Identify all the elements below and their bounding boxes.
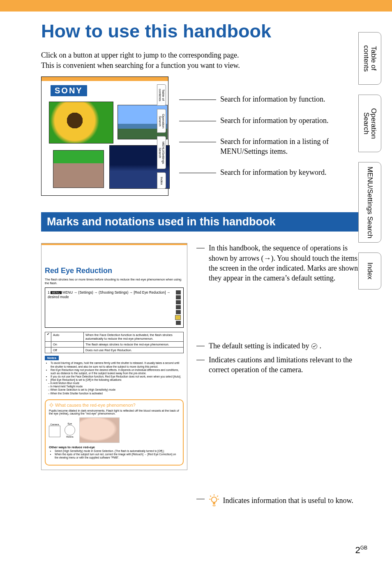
sample-lead: The flash strobes two or more times befo… [45, 278, 184, 285]
note-sub: – In Anti Motion Blur mode [48, 382, 184, 385]
leader-rule [179, 100, 216, 100]
svg-line-8 [217, 496, 218, 497]
cover-tab-menu[interactable]: MENU/Settings Search [157, 136, 166, 169]
cell-label: On [51, 342, 84, 347]
cell-mark [45, 348, 51, 353]
cover-tab-toc[interactable]: Table of contents [157, 84, 166, 106]
leader-rule [179, 142, 216, 142]
sample-tip-diagram: Camera Eye Retina [49, 417, 180, 443]
note-sub: – When Scene Selection is set to (High S… [48, 388, 184, 392]
note-item: If you do not use the Face Detection fun… [51, 375, 184, 378]
notes-badge: Notes [45, 356, 59, 360]
note-sub: – In Hand-held Twilight mode [48, 385, 184, 388]
leader-rule [179, 173, 216, 173]
callouts-column: In this handbook, the sequence of operat… [196, 243, 367, 506]
other-way-item: When the eyes of the subject turn out re… [55, 453, 180, 459]
sample-step-text: MENU → (Settings) → (Shooting Settings) … [48, 290, 170, 299]
brand-logo: SONY [51, 85, 87, 96]
diagram-eye-label: Eye [65, 422, 75, 425]
nav-tab-toc[interactable]: Table of contents [358, 32, 381, 85]
callout-default: The default setting is indicated by . [209, 341, 321, 351]
intro-text: Click on a button at upper right to jump… [41, 50, 367, 71]
hint-by-keyword: Search for information by keyword. [220, 168, 326, 177]
nav-tab-operation-search[interactable]: Operation Search [358, 95, 381, 152]
sample-options-table: ✔AutoWhen the Face Detection function is… [45, 332, 184, 353]
sample-page-preview: Red Eye Reduction The flash strobes two … [41, 243, 187, 470]
cell-label: Off [51, 348, 84, 353]
sample-notes-list: To avoid blurring of images, hold the ca… [45, 361, 184, 395]
tab-descriptions: Search for information by function. Sear… [179, 95, 367, 177]
svg-point-0 [50, 404, 53, 406]
thumb-sunflower [49, 102, 113, 144]
sample-tip-box: What causes the red-eye phenomenon? Pupi… [45, 399, 184, 466]
other-ways-heading: Other ways to reduce red-eye [49, 445, 180, 449]
sample-step-box: 1 MENU MENU → (Settings) → (Shooting Set… [45, 287, 184, 328]
svg-line-7 [210, 496, 211, 497]
cell-desc: The flash always strobes to reduce the r… [84, 342, 183, 347]
sample-tip-lead: Pupils become dilated in dark environmen… [49, 409, 180, 415]
sample-step-num: 1 [48, 290, 50, 294]
hint-by-operation: Search for information by operation. [220, 116, 328, 125]
top-accent-bar [0, 0, 392, 12]
sample-mode-icons [175, 290, 181, 325]
leader-rule [179, 121, 216, 121]
nav-tab-menu-settings-search[interactable]: MENU/Settings Search [358, 162, 381, 243]
svg-point-11 [212, 497, 217, 503]
cell-mark: ✔ [45, 332, 51, 341]
sample-accent-bar [42, 243, 187, 245]
leader-rule [196, 346, 205, 351]
callout-tip: Indicates information that is useful to … [209, 494, 353, 506]
cell-mark [45, 342, 51, 347]
diagram-retina-label: Retina [65, 436, 75, 438]
thumb-cat [53, 150, 104, 188]
svg-rect-12 [213, 503, 215, 505]
leader-rule [196, 360, 205, 375]
cover-accent-bar [42, 77, 168, 81]
intro-line1: Click on a button at upper right to jump… [41, 51, 239, 59]
nav-tab-index[interactable]: Index [358, 253, 381, 290]
sample-tip-title: What causes the red-eye phenomenon? [49, 403, 180, 408]
cover-side-tabs: Table of contents Operation Search MENU/… [157, 84, 166, 189]
callout-sequence: In this handbook, the sequence of operat… [209, 243, 367, 283]
default-check-icon [311, 343, 318, 350]
cell-label: Auto [51, 332, 84, 341]
note-item: To avoid blurring of images, hold the ca… [51, 361, 184, 368]
other-way-item: Select (High Sensitivity) mode in Scene … [55, 449, 180, 453]
section-heading-marks: Marks and notations used in this handboo… [41, 212, 367, 232]
leader-rule [196, 248, 205, 283]
right-nav-tabs: Table of contents Operation Search MENU/… [358, 32, 381, 290]
cover-tab-index[interactable]: Index [157, 172, 166, 189]
intro-line2: This is convenient when searching for a … [41, 61, 240, 70]
cell-desc: Does not use Red Eye Reduction. [84, 348, 183, 353]
callout-notes: Indicates cautions and limitations relev… [209, 355, 367, 375]
note-sub: – When the Smile Shutter function is act… [48, 392, 184, 395]
page-number: 2GB [355, 545, 367, 556]
leader-rule [196, 499, 205, 506]
diagram-baby-image [79, 417, 120, 443]
note-item: [Red Eye Reduction] is set to [Off] in t… [51, 378, 184, 382]
cell-desc: When the Face Detection function is acti… [84, 332, 183, 341]
cover-tab-ops[interactable]: Operation Search [157, 109, 166, 133]
hint-by-function: Search for information by function. [220, 95, 325, 104]
hint-by-menu: Search for information in a listing of M… [220, 137, 367, 156]
hint-bulb-icon [209, 494, 219, 506]
page-title: How to use this handbook [41, 21, 367, 42]
diagram-camera-label: Camera [49, 423, 60, 426]
handbook-cover-preview: SONY Table of contents Operation Search … [41, 76, 168, 196]
sample-title: Red Eye Reduction [45, 266, 184, 275]
page-number-suffix: GB [360, 545, 367, 551]
note-item: Red Eye Reduction may not produce the de… [51, 368, 184, 375]
